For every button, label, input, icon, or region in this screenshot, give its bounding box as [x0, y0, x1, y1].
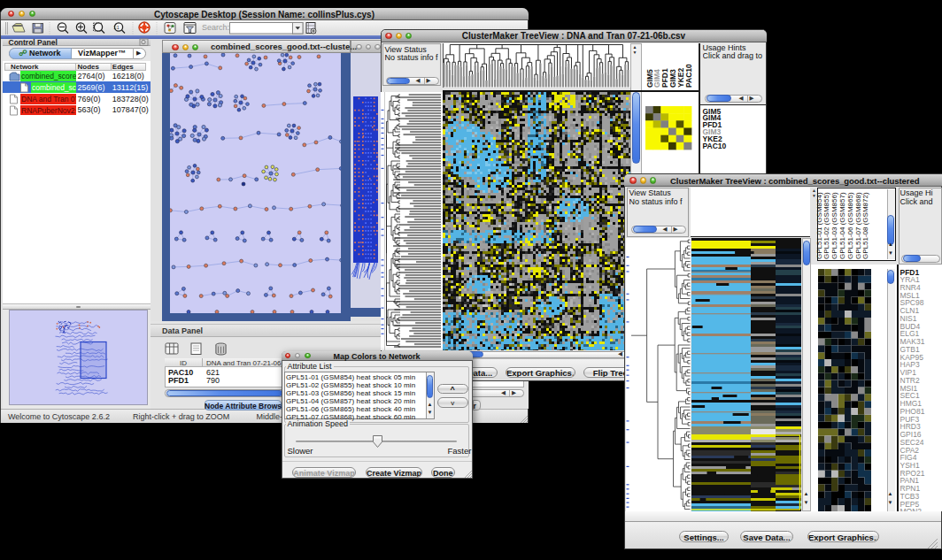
svg-text:Search:: Search:	[202, 22, 229, 31]
svg-text:1:1: 1:1	[113, 25, 120, 29]
